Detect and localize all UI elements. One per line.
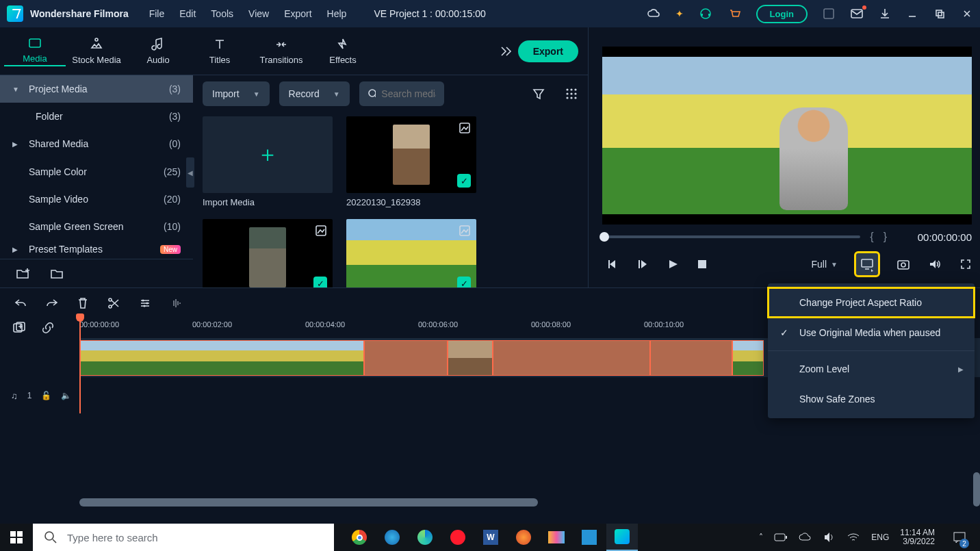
mute-icon[interactable]: 🔈 xyxy=(61,391,71,400)
taskbar-app-ie[interactable] xyxy=(376,524,408,551)
taskbar-app-photos[interactable] xyxy=(573,524,605,551)
display-settings-button[interactable] xyxy=(855,253,879,276)
import-dropdown[interactable]: Import▼ xyxy=(203,81,270,106)
sidebar-item-project-media[interactable]: ▼ Project Media (3) xyxy=(0,75,193,103)
menu-file[interactable]: File xyxy=(149,8,165,19)
window-maximize-icon[interactable] xyxy=(933,8,946,20)
lock-icon[interactable]: 🔓 xyxy=(41,391,51,400)
menu-help[interactable]: Help xyxy=(327,8,347,19)
taskbar-app-opera[interactable] xyxy=(442,524,474,551)
record-dropdown[interactable]: Record▼ xyxy=(279,81,350,106)
volume-icon[interactable] xyxy=(928,257,942,271)
media-item[interactable]: ✓ xyxy=(203,219,333,287)
timeline-clip[interactable] xyxy=(493,340,650,376)
snapshot-icon[interactable] xyxy=(897,257,910,271)
taskbar-app-resolve[interactable] xyxy=(508,524,539,551)
split-icon[interactable] xyxy=(107,296,120,310)
taskbar-app-filmora[interactable] xyxy=(606,524,638,551)
tab-audio[interactable]: Audio xyxy=(127,37,189,65)
tray-language[interactable]: ENG xyxy=(871,533,889,542)
timeline-clip[interactable] xyxy=(448,340,493,376)
preview-scrubber[interactable] xyxy=(602,235,860,238)
timeline-vertical-scrollbar[interactable] xyxy=(973,472,980,507)
start-button[interactable] xyxy=(0,524,33,551)
frame-back-icon[interactable] xyxy=(636,258,649,270)
expand-panel-icon[interactable] xyxy=(493,43,518,60)
step-back-icon[interactable] xyxy=(606,258,619,270)
grid-view-icon[interactable] xyxy=(565,87,578,101)
menu-export[interactable]: Export xyxy=(284,8,311,19)
media-item-import[interactable]: ＋ Import Media xyxy=(203,116,333,208)
redo-icon[interactable] xyxy=(45,296,59,310)
timeline-clip[interactable] xyxy=(732,340,764,376)
mark-out-icon[interactable]: } xyxy=(884,231,887,243)
collapse-sidebar-handle[interactable]: ◀ xyxy=(186,157,194,188)
tab-media[interactable]: Media xyxy=(4,36,66,66)
tab-stock-media[interactable]: Stock Media xyxy=(66,37,127,65)
audio-track-header[interactable]: ♫ 1 🔓 🔈 xyxy=(0,378,79,413)
delete-icon[interactable] xyxy=(77,296,89,310)
adjust-icon[interactable] xyxy=(138,296,152,310)
tray-volume-icon[interactable] xyxy=(823,531,836,543)
cart-icon[interactable] xyxy=(727,7,741,21)
timeline-clip[interactable] xyxy=(650,340,732,376)
export-button[interactable]: Export xyxy=(518,40,578,62)
tray-chevron-up-icon[interactable]: ˄ xyxy=(759,533,763,542)
ctx-show-safe-zones[interactable]: Show Safe Zones xyxy=(768,384,975,414)
stop-icon[interactable] xyxy=(697,259,708,270)
tray-wifi-icon[interactable] xyxy=(847,532,860,543)
save-icon[interactable] xyxy=(823,8,835,20)
new-folder-icon[interactable] xyxy=(49,266,64,281)
preview-quality-dropdown[interactable]: Full ▼ xyxy=(812,259,838,270)
taskbar-app-paint[interactable] xyxy=(541,524,572,551)
tray-clock[interactable]: 11:14 AM 3/9/2022 xyxy=(900,528,935,546)
download-icon[interactable] xyxy=(879,8,891,20)
sidebar-item-sample-video[interactable]: Sample Video (20) xyxy=(0,185,193,213)
idea-icon[interactable]: ✦ xyxy=(675,8,684,19)
menu-tools[interactable]: Tools xyxy=(211,8,233,19)
ctx-use-original-media[interactable]: ✓Use Original Media when paused xyxy=(768,318,975,348)
timeline-clip[interactable] xyxy=(364,340,448,376)
ctx-change-aspect-ratio[interactable]: Change Project Aspect Ratio xyxy=(768,287,975,318)
sidebar-item-folder[interactable]: Folder (3) xyxy=(0,103,193,130)
fullscreen-icon[interactable] xyxy=(959,258,972,270)
taskbar-app-chrome[interactable] xyxy=(344,524,375,551)
ctx-zoom-level[interactable]: Zoom Level ▶ xyxy=(768,354,975,384)
sidebar-item-sample-green[interactable]: Sample Green Screen (10) xyxy=(0,213,193,240)
audio-wave-icon[interactable] xyxy=(170,296,183,310)
media-item[interactable]: ✓ 20220130_162938 xyxy=(346,116,476,208)
menu-edit[interactable]: Edit xyxy=(179,8,196,19)
tab-titles[interactable]: Titles xyxy=(189,37,250,65)
new-folder-plus-icon[interactable] xyxy=(15,266,30,281)
search-media-field[interactable] xyxy=(359,81,444,106)
media-item[interactable]: ✓ xyxy=(346,219,476,287)
support-icon[interactable] xyxy=(699,7,712,21)
preview-viewport[interactable] xyxy=(602,47,972,225)
taskbar-app-edge[interactable] xyxy=(409,524,441,551)
undo-icon[interactable] xyxy=(14,296,27,310)
menu-view[interactable]: View xyxy=(248,8,269,19)
play-icon[interactable] xyxy=(667,258,679,270)
link-icon[interactable] xyxy=(41,321,55,335)
taskbar-search[interactable]: Type here to search xyxy=(33,524,334,551)
window-close-icon[interactable] xyxy=(961,8,973,20)
search-input[interactable] xyxy=(381,88,436,99)
mail-icon[interactable] xyxy=(850,7,864,21)
sidebar-item-sample-color[interactable]: Sample Color (25) xyxy=(0,158,193,185)
mark-in-icon[interactable]: { xyxy=(870,231,873,243)
login-button[interactable]: Login xyxy=(756,5,808,23)
tab-effects[interactable]: Effects xyxy=(312,37,374,65)
tray-notifications[interactable]: 2 xyxy=(946,524,973,551)
window-minimize-icon[interactable] xyxy=(906,8,918,20)
tray-onedrive-icon[interactable] xyxy=(799,533,812,542)
tab-transitions[interactable]: Transitions xyxy=(250,37,312,65)
add-track-icon[interactable] xyxy=(12,321,26,335)
tray-battery-icon[interactable] xyxy=(774,533,788,542)
taskbar-app-word[interactable]: W xyxy=(475,524,506,551)
cloud-icon[interactable] xyxy=(647,7,660,21)
timeline-clip[interactable] xyxy=(79,340,364,376)
playhead[interactable] xyxy=(79,318,81,413)
filter-icon[interactable] xyxy=(532,87,545,101)
timeline-horizontal-scrollbar[interactable] xyxy=(79,498,538,507)
sidebar-item-preset-templates[interactable]: ▶ Preset Templates New xyxy=(0,240,193,259)
